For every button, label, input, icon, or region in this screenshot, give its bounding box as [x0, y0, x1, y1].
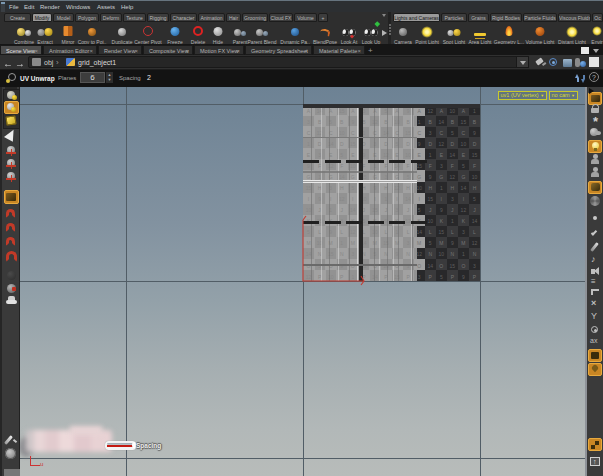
svg-text:15: 15: [339, 108, 345, 114]
svg-text:12: 12: [328, 163, 334, 169]
svg-text:G: G: [351, 174, 355, 180]
svg-text:15: 15: [461, 119, 467, 125]
svg-text:14: 14: [416, 229, 422, 235]
svg-text:10: 10: [416, 185, 422, 191]
svg-text:14: 14: [472, 218, 478, 224]
svg-text:5: 5: [440, 274, 443, 280]
svg-text:9: 9: [418, 141, 421, 147]
svg-text:15: 15: [450, 263, 456, 269]
svg-text:1: 1: [385, 196, 388, 202]
svg-text:F: F: [473, 163, 476, 169]
svg-text:15: 15: [427, 196, 433, 202]
svg-text:12: 12: [416, 251, 422, 257]
svg-text:5: 5: [340, 152, 343, 158]
svg-text:9: 9: [362, 152, 365, 158]
svg-text:5: 5: [418, 207, 421, 213]
svg-text:I: I: [352, 196, 353, 202]
svg-text:5: 5: [473, 196, 476, 202]
svg-text:G: G: [461, 174, 465, 180]
svg-text:12: 12: [427, 108, 433, 114]
svg-text:I: I: [419, 196, 420, 202]
svg-text:10: 10: [405, 152, 411, 158]
svg-text:5: 5: [351, 185, 354, 191]
svg-text:3: 3: [462, 229, 465, 235]
svg-text:D: D: [450, 141, 454, 147]
svg-text:9: 9: [396, 251, 399, 257]
svg-text:9: 9: [451, 240, 454, 246]
svg-text:H: H: [473, 185, 477, 191]
svg-text:14: 14: [427, 263, 433, 269]
svg-text:H: H: [340, 185, 344, 191]
svg-text:12: 12: [372, 119, 378, 125]
svg-text:1: 1: [451, 218, 454, 224]
svg-text:G: G: [307, 174, 311, 180]
svg-text:9: 9: [307, 163, 310, 169]
svg-text:1: 1: [462, 251, 465, 257]
svg-text:F: F: [340, 163, 343, 169]
svg-text:3: 3: [396, 207, 399, 213]
svg-text:5: 5: [429, 240, 432, 246]
svg-text:14: 14: [405, 196, 411, 202]
svg-text:F: F: [384, 163, 387, 169]
svg-text:10: 10: [439, 251, 445, 257]
svg-text:15: 15: [472, 152, 478, 158]
svg-text:10: 10: [472, 174, 478, 180]
svg-text:C: C: [351, 130, 355, 136]
svg-text:14: 14: [450, 152, 456, 158]
svg-text:9: 9: [462, 274, 465, 280]
svg-text:9: 9: [440, 207, 443, 213]
svg-text:14: 14: [317, 108, 323, 114]
svg-text:14: 14: [339, 174, 345, 180]
svg-text:F: F: [407, 163, 410, 169]
svg-text:15: 15: [416, 163, 422, 169]
svg-text:I: I: [441, 196, 442, 202]
svg-text:N: N: [428, 251, 432, 257]
svg-text:10: 10: [339, 130, 345, 136]
svg-text:15: 15: [350, 141, 356, 147]
svg-text:1: 1: [362, 130, 365, 136]
svg-text:N: N: [450, 251, 454, 257]
svg-text:N: N: [406, 251, 410, 257]
svg-text:O: O: [439, 263, 443, 269]
svg-text:5: 5: [462, 163, 465, 169]
svg-text:F: F: [362, 163, 365, 169]
svg-text:C: C: [307, 130, 311, 136]
svg-text:O: O: [417, 263, 421, 269]
svg-text:15: 15: [306, 185, 312, 191]
svg-text:9: 9: [351, 119, 354, 125]
svg-text:F: F: [429, 163, 432, 169]
svg-text:5: 5: [451, 130, 454, 136]
svg-text:10: 10: [427, 218, 433, 224]
svg-text:12: 12: [461, 207, 467, 213]
svg-text:M: M: [461, 240, 465, 246]
svg-text:D: D: [428, 141, 432, 147]
svg-text:1: 1: [418, 119, 421, 125]
svg-text:D: D: [473, 141, 477, 147]
svg-text:3: 3: [362, 108, 365, 114]
svg-text:9: 9: [473, 130, 476, 136]
svg-text:I: I: [396, 196, 397, 202]
svg-text:12: 12: [439, 141, 445, 147]
svg-text:I: I: [463, 196, 464, 202]
svg-text:3: 3: [429, 130, 432, 136]
svg-text:10: 10: [461, 141, 467, 147]
svg-text:15: 15: [439, 229, 445, 235]
svg-text:C: C: [439, 130, 443, 136]
svg-text:3: 3: [385, 174, 388, 180]
svg-text:N: N: [473, 251, 477, 257]
svg-text:G: G: [439, 174, 443, 180]
svg-text:15: 15: [405, 130, 411, 136]
svg-text:1: 1: [440, 185, 443, 191]
svg-text:5: 5: [407, 174, 410, 180]
svg-text:L: L: [429, 229, 432, 235]
svg-text:I: I: [308, 196, 309, 202]
svg-text:12: 12: [317, 130, 323, 136]
svg-text:10: 10: [350, 163, 356, 169]
svg-text:O: O: [461, 263, 465, 269]
svg-text:M: M: [439, 240, 443, 246]
svg-text:14: 14: [461, 185, 467, 191]
svg-text:L: L: [473, 229, 476, 235]
svg-text:1: 1: [473, 108, 476, 114]
svg-text:L: L: [407, 229, 410, 235]
svg-text:12: 12: [405, 218, 411, 224]
